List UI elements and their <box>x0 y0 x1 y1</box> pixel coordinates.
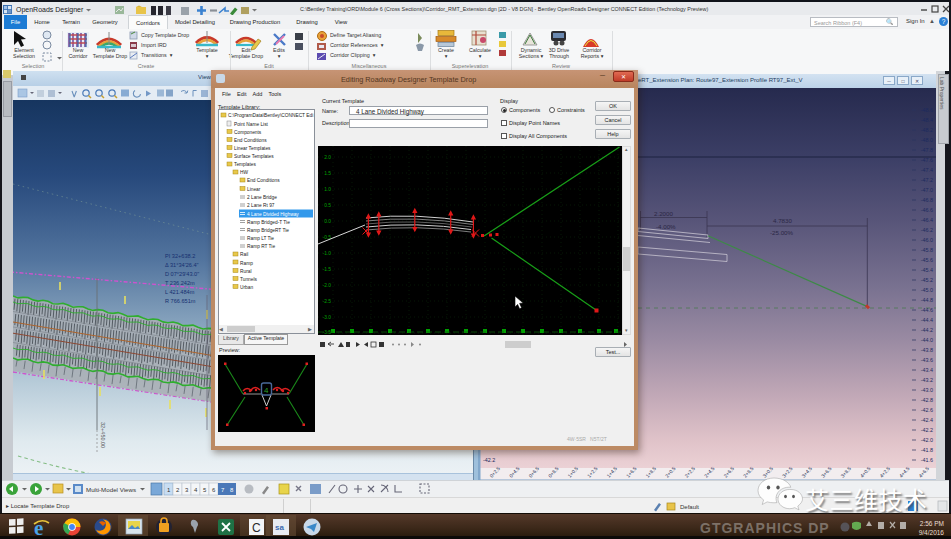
svg-text:Linear: Linear <box>247 187 261 192</box>
svg-text:Ramp: Ramp <box>240 261 253 266</box>
svg-text:End Conditions: End Conditions <box>247 178 280 183</box>
svg-text:-48.4: -48.4 <box>921 117 933 123</box>
svg-text:Surface Templates: Surface Templates <box>234 154 274 159</box>
svg-text:L 421.484m: L 421.484m <box>165 289 195 295</box>
svg-text:-43.8: -43.8 <box>921 347 933 353</box>
svg-text:-43.4: -43.4 <box>921 367 933 373</box>
svg-text:2.0: 2.0 <box>324 155 331 160</box>
svg-text:HW: HW <box>240 170 248 175</box>
svg-text:T 236.242m: T 236.242m <box>165 280 195 286</box>
svg-text:-44.2: -44.2 <box>921 327 933 333</box>
svg-text:-46.0: -46.0 <box>921 237 933 243</box>
svg-text:-48.0: -48.0 <box>921 137 933 143</box>
svg-text:Linear Templates: Linear Templates <box>234 146 271 151</box>
svg-text:Ramp LT Tie: Ramp LT Tie <box>247 236 274 241</box>
svg-text:2 Lane Bridge: 2 Lane Bridge <box>247 195 277 200</box>
svg-text:2:56 PM: 2:56 PM <box>920 520 944 527</box>
svg-text:Multi-Model Views: Multi-Model Views <box>86 486 136 493</box>
svg-text:Components: Components <box>234 130 262 135</box>
svg-text:-2.0: -2.0 <box>323 283 332 288</box>
svg-text:Ramp Bridged-T Tie: Ramp Bridged-T Tie <box>247 220 290 225</box>
svg-text:Urban: Urban <box>240 285 253 290</box>
svg-text:-42.2: -42.2 <box>921 427 933 433</box>
svg-text:-47.8: -47.8 <box>921 147 933 153</box>
svg-text:4: 4 <box>264 386 269 395</box>
svg-text:-46.8: -46.8 <box>921 197 933 203</box>
svg-text:-43.0: -43.0 <box>921 387 933 393</box>
svg-text:R 766.651m: R 766.651m <box>165 298 196 304</box>
svg-text:-25.00%: -25.00% <box>770 229 794 236</box>
svg-text:32+450.00: 32+450.00 <box>100 422 106 448</box>
svg-text:-46.6: -46.6 <box>921 207 933 213</box>
svg-text:-42.6: -42.6 <box>921 407 933 413</box>
svg-text:Rural: Rural <box>240 269 251 274</box>
svg-text:Default: Default <box>680 504 699 510</box>
svg-text:GTGRAPHICS DP: GTGRAPHICS DP <box>700 520 830 536</box>
svg-text:-3.5: -3.5 <box>323 330 332 335</box>
svg-text:-44.4: -44.4 <box>921 317 933 323</box>
svg-text:-44.8: -44.8 <box>921 297 933 303</box>
svg-text:2 Lane Rt 97: 2 Lane Rt 97 <box>247 203 275 208</box>
svg-text:Tunnels: Tunnels <box>240 277 257 282</box>
svg-text:-42.0: -42.0 <box>921 437 933 443</box>
svg-text:-43.2: -43.2 <box>921 377 933 383</box>
svg-text:-47.2: -47.2 <box>921 177 933 183</box>
svg-text:-3.0: -3.0 <box>323 315 332 320</box>
svg-text:0.0: 0.0 <box>324 219 331 224</box>
svg-text:Δ 31°34'26.4": Δ 31°34'26.4" <box>165 262 199 268</box>
svg-text:4.7830: 4.7830 <box>773 217 792 224</box>
svg-text:1.0: 1.0 <box>324 187 331 192</box>
svg-text:-44.0: -44.0 <box>921 337 933 343</box>
svg-text:Rail: Rail <box>240 252 248 257</box>
svg-text:9/4/2016: 9/4/2016 <box>919 529 945 536</box>
svg-text:-1.5: -1.5 <box>323 267 332 272</box>
svg-text:D 07°29'43.0": D 07°29'43.0" <box>165 271 199 277</box>
svg-text:C: C <box>252 521 261 535</box>
svg-text:-45.4: -45.4 <box>921 267 933 273</box>
svg-text:Ramp BridgeRT Tie: Ramp BridgeRT Tie <box>247 228 289 233</box>
svg-text:PI 32+638.2: PI 32+638.2 <box>165 253 195 259</box>
svg-text:-42.2: -42.2 <box>483 457 495 463</box>
svg-text:End Conditions: End Conditions <box>234 138 267 143</box>
svg-text:-1.0: -1.0 <box>323 251 332 256</box>
svg-text:-43.6: -43.6 <box>921 357 933 363</box>
svg-text:-47.6: -47.6 <box>921 157 933 163</box>
svg-text:-41.6: -41.6 <box>921 457 933 463</box>
svg-text:-42.8: -42.8 <box>921 397 933 403</box>
svg-text:-46.2: -46.2 <box>921 227 933 233</box>
svg-text:-4.00%: -4.00% <box>656 223 676 230</box>
svg-text:2.2000: 2.2000 <box>654 210 673 217</box>
svg-text:-42.4: -42.4 <box>921 417 933 423</box>
svg-text:-45.6: -45.6 <box>921 257 933 263</box>
svg-text:C:\ProgramData\Bentley\CONNECT: C:\ProgramData\Bentley\CONNECT Edi <box>228 113 313 118</box>
svg-text:-45.0: -45.0 <box>921 287 933 293</box>
svg-text:4 Lane Divided Highway: 4 Lane Divided Highway <box>247 212 299 217</box>
svg-text:-47.0: -47.0 <box>921 187 933 193</box>
svg-text:1.5: 1.5 <box>324 171 331 176</box>
svg-text:Ramp RT Tie: Ramp RT Tie <box>247 244 275 249</box>
svg-text:-48.2: -48.2 <box>921 127 933 133</box>
svg-text:-46.4: -46.4 <box>921 217 933 223</box>
svg-text:Point Name List: Point Name List <box>234 122 269 127</box>
svg-text:-2.5: -2.5 <box>323 299 332 304</box>
svg-text:-48.6: -48.6 <box>921 107 933 113</box>
svg-text:-41.8: -41.8 <box>921 447 933 453</box>
svg-text:-45.2: -45.2 <box>921 277 933 283</box>
svg-text:-44.6: -44.6 <box>921 307 933 313</box>
svg-text:sa: sa <box>275 523 284 532</box>
svg-text:Templates: Templates <box>234 162 256 167</box>
svg-text:-47.4: -47.4 <box>921 167 933 173</box>
svg-text:0.5: 0.5 <box>324 203 331 208</box>
svg-text:-45.8: -45.8 <box>921 247 933 253</box>
